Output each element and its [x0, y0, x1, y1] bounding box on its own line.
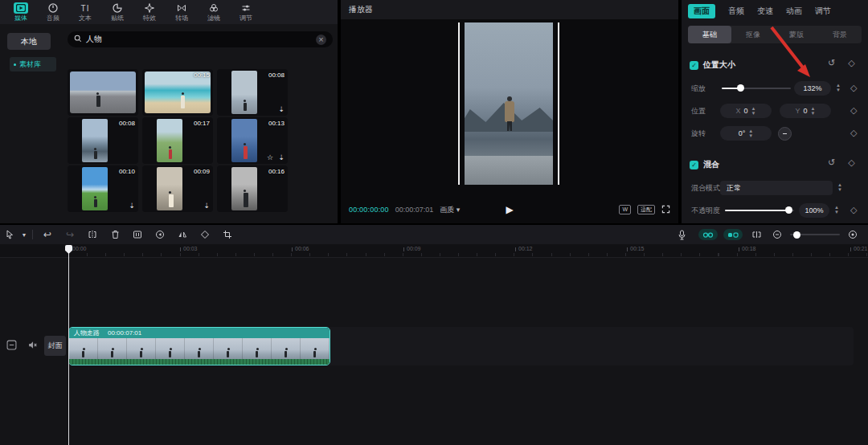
- checkbox-checked-icon[interactable]: ✓: [690, 161, 698, 169]
- favorite-star-icon[interactable]: ☆: [267, 154, 273, 161]
- main-track-magnet-toggle[interactable]: [698, 229, 718, 240]
- media-item[interactable]: 00:09 ⇣: [142, 165, 213, 212]
- opacity-slider[interactable]: [725, 210, 794, 211]
- play-button[interactable]: ▶: [506, 204, 513, 215]
- video-thumbnail: [82, 167, 108, 210]
- subtab-mask[interactable]: 蒙版: [775, 26, 818, 43]
- clear-search-icon[interactable]: ×: [316, 35, 326, 45]
- checkbox-checked-icon[interactable]: ✓: [690, 61, 698, 70]
- download-icon[interactable]: ⇣: [278, 154, 285, 161]
- media-item[interactable]: 00:15: [142, 69, 213, 116]
- rotate-icon[interactable]: [194, 230, 216, 239]
- player-title: 播放器: [341, 0, 678, 19]
- audio-icon: [46, 2, 60, 14]
- select-cursor-icon[interactable]: [0, 230, 19, 239]
- tab-sticker[interactable]: 贴纸: [101, 2, 133, 22]
- tab-adjust[interactable]: 调节: [230, 2, 262, 22]
- fullscreen-icon[interactable]: [661, 202, 670, 217]
- media-item[interactable]: 00:16: [217, 165, 288, 212]
- keyframe-diamond-icon[interactable]: ◇: [850, 105, 857, 116]
- media-item[interactable]: 00:08: [68, 117, 138, 164]
- watermark-icon[interactable]: W: [619, 205, 631, 214]
- video-preview[interactable]: [458, 22, 559, 185]
- download-icon[interactable]: ⇣: [129, 202, 135, 210]
- subtab-cutout[interactable]: 抠像: [731, 26, 775, 43]
- scale-slider[interactable]: [722, 88, 791, 89]
- cursor-dropdown-icon[interactable]: ▼: [19, 232, 29, 238]
- sidebar-item-material-library[interactable]: 素材库: [10, 57, 56, 71]
- track-options-icon[interactable]: [6, 339, 17, 353]
- scale-stepper[interactable]: ▲▼: [834, 83, 842, 92]
- divider: [32, 230, 33, 239]
- tab-speed[interactable]: 变速: [757, 6, 773, 17]
- tab-audio-settings[interactable]: 音频: [728, 6, 744, 17]
- walking-person: [503, 96, 516, 132]
- video-thumbnail: [157, 167, 182, 210]
- scale-value-field[interactable]: 132%: [794, 81, 831, 96]
- mirror-icon[interactable]: [171, 230, 194, 239]
- keyframe-diamond-icon[interactable]: ◇: [848, 58, 854, 68]
- reverse-icon[interactable]: [149, 230, 171, 239]
- keyframe-diamond-icon[interactable]: ◇: [850, 83, 857, 93]
- tab-picture[interactable]: 画面: [688, 4, 715, 18]
- duration-badge: 00:09: [194, 168, 210, 175]
- tab-transition[interactable]: 转场: [166, 2, 198, 22]
- quality-dropdown[interactable]: 画质 ▾: [440, 205, 460, 215]
- download-icon[interactable]: ⇣: [203, 202, 210, 210]
- sidebar-item-local[interactable]: 本地: [7, 33, 51, 50]
- auto-snap-toggle[interactable]: [723, 229, 743, 240]
- keyframe-diamond-icon[interactable]: ◇: [850, 205, 857, 215]
- duration-badge: 00:16: [268, 168, 285, 175]
- undo-icon[interactable]: ↩: [36, 229, 59, 240]
- mute-track-icon[interactable]: [27, 339, 38, 353]
- tab-filter[interactable]: 滤镜: [198, 2, 230, 22]
- record-mic-icon[interactable]: [670, 230, 693, 240]
- timeline-ruler[interactable]: 00:00 00:03 00:06 00:09 00:12 00:15 00:1…: [0, 244, 868, 258]
- download-icon[interactable]: ⇣: [278, 106, 285, 113]
- keyframe-diamond-icon[interactable]: ◇: [850, 128, 857, 138]
- video-clip[interactable]: 人物走路 00:00:07:01: [68, 327, 330, 365]
- media-item[interactable]: [68, 69, 138, 116]
- opacity-stepper[interactable]: ▲▼: [833, 205, 841, 214]
- tab-adjustment[interactable]: 调节: [815, 6, 831, 17]
- split-icon[interactable]: [81, 230, 104, 239]
- bullet-dot-icon: [14, 63, 16, 66]
- tab-animation[interactable]: 动画: [786, 6, 802, 17]
- blend-stepper[interactable]: ▲▼: [836, 182, 844, 192]
- media-item[interactable]: 00:13 ☆ ⇣: [217, 117, 288, 164]
- reset-icon[interactable]: ↺: [828, 58, 835, 68]
- media-item[interactable]: 00:08 ⇣: [217, 69, 288, 116]
- tab-effects[interactable]: 特效: [133, 2, 166, 22]
- blend-mode-dropdown[interactable]: 正常: [720, 181, 833, 195]
- reset-icon[interactable]: ↺: [828, 157, 835, 168]
- zoom-fit-icon[interactable]: [845, 230, 860, 239]
- freeze-frame-icon[interactable]: [126, 230, 149, 239]
- timeline-zoom-slider[interactable]: [790, 234, 840, 235]
- media-item[interactable]: 00:17: [142, 117, 213, 164]
- fit-ratio-button[interactable]: 适配: [637, 205, 655, 214]
- playhead-line[interactable]: [68, 246, 69, 445]
- subtab-basic[interactable]: 基础: [688, 26, 731, 43]
- cover-button[interactable]: 封面: [44, 336, 66, 356]
- linkage-icon[interactable]: [748, 231, 764, 239]
- keyframe-diamond-icon[interactable]: ◇: [848, 157, 854, 168]
- rotate-row: 旋转 0° ▲▼ ◇: [682, 125, 868, 141]
- position-x-field[interactable]: X 0 ▲▼: [720, 104, 772, 118]
- rotation-knob[interactable]: [778, 127, 792, 141]
- tab-media[interactable]: 媒体: [5, 2, 37, 22]
- opacity-value-field[interactable]: 100%: [799, 203, 829, 218]
- subtab-background[interactable]: 背景: [818, 26, 862, 43]
- media-item[interactable]: 00:10 ⇣: [68, 165, 138, 212]
- rotate-value-field[interactable]: 0° ▲▼: [720, 126, 772, 141]
- tab-audio[interactable]: 音频: [37, 2, 69, 22]
- delete-icon[interactable]: [104, 230, 126, 239]
- position-y-field[interactable]: Y 0 ▲▼: [780, 104, 831, 118]
- video-thumbnail: [231, 167, 257, 210]
- zoom-out-icon[interactable]: [770, 230, 784, 239]
- tab-text[interactable]: TI 文本: [69, 2, 101, 22]
- clip-duration: 00:00:07:01: [108, 329, 141, 337]
- search-input[interactable]: 人物 ×: [68, 31, 333, 47]
- redo-icon[interactable]: ↪: [59, 229, 81, 240]
- opacity-row: 不透明度 100% ▲▼ ◇: [682, 202, 868, 218]
- crop-icon[interactable]: [216, 230, 239, 239]
